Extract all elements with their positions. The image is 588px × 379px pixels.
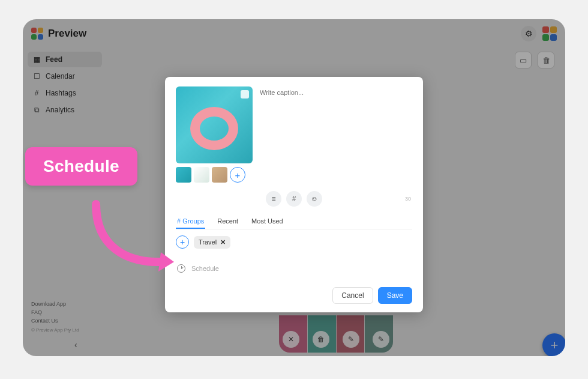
- hashtag-button[interactable]: #: [286, 191, 302, 207]
- cancel-button[interactable]: Cancel: [332, 287, 373, 304]
- image-content: [190, 107, 238, 150]
- plus-icon: +: [235, 170, 241, 180]
- emoji-icon: ☺: [311, 195, 318, 203]
- emoji-button[interactable]: ☺: [307, 191, 322, 207]
- align-button[interactable]: ≡: [266, 191, 281, 207]
- save-button[interactable]: Save: [378, 287, 412, 304]
- tab-recent[interactable]: Recent: [216, 214, 239, 229]
- clock-icon: [177, 264, 185, 273]
- thumbnail[interactable]: [176, 167, 191, 183]
- schedule-placeholder: Schedule: [191, 265, 219, 272]
- caption-input[interactable]: [260, 88, 412, 96]
- tab-groups[interactable]: # Groups: [176, 214, 205, 229]
- add-media-button[interactable]: +: [230, 167, 245, 183]
- tab-most-used[interactable]: Most Used: [250, 214, 284, 229]
- align-icon: ≡: [271, 195, 275, 203]
- hashtag-groups-row: + Travel ✕: [176, 235, 412, 249]
- plus-icon: +: [180, 237, 185, 247]
- hash-icon: #: [292, 195, 296, 203]
- post-editor-modal: + ≡ # ☺ 30 # Groups Recent Most Used + T…: [165, 77, 423, 312]
- thumbnail[interactable]: [212, 167, 227, 183]
- chip-remove-icon[interactable]: ✕: [220, 238, 226, 246]
- chip-label: Travel: [199, 238, 217, 246]
- group-chip-travel[interactable]: Travel ✕: [194, 236, 230, 249]
- thumbnail-row: +: [176, 167, 412, 183]
- caption-toolbar: ≡ # ☺ 30: [176, 191, 412, 207]
- char-count: 30: [405, 196, 411, 202]
- schedule-field[interactable]: Schedule: [176, 262, 412, 275]
- annotation-callout: Schedule: [25, 147, 137, 186]
- hashtag-tabs: # Groups Recent Most Used: [176, 214, 412, 229]
- post-main-image[interactable]: [176, 86, 253, 163]
- add-group-button[interactable]: +: [176, 235, 189, 249]
- thumbnail[interactable]: [194, 167, 209, 183]
